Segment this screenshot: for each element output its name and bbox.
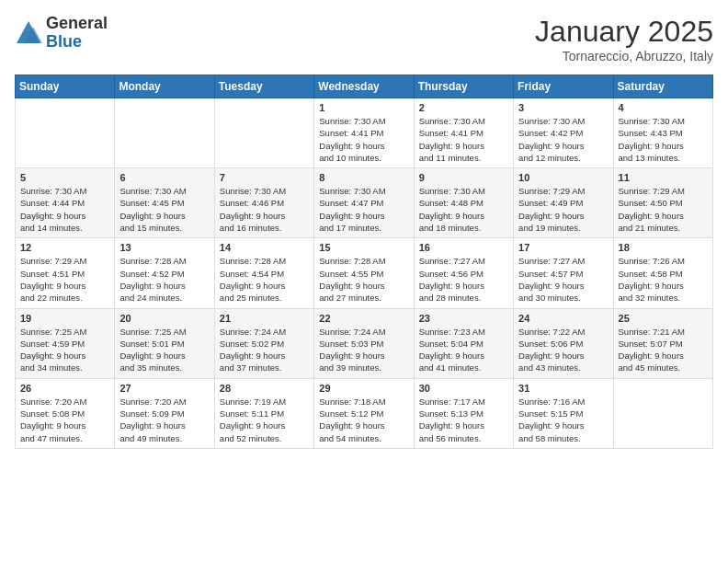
weekday-header-wednesday: Wednesday <box>314 75 414 98</box>
day-info: Sunrise: 7:23 AM Sunset: 5:04 PM Dayligh… <box>419 326 508 374</box>
day-number: 31 <box>518 383 608 394</box>
day-info: Sunrise: 7:29 AM Sunset: 4:51 PM Dayligh… <box>20 255 109 304</box>
weekday-header-tuesday: Tuesday <box>214 75 313 98</box>
day-number: 30 <box>419 383 508 394</box>
calendar-cell: 31Sunrise: 7:16 AM Sunset: 5:15 PM Dayli… <box>514 378 613 448</box>
calendar-cell: 28Sunrise: 7:19 AM Sunset: 5:11 PM Dayli… <box>214 378 313 448</box>
day-info: Sunrise: 7:30 AM Sunset: 4:48 PM Dayligh… <box>419 185 508 234</box>
calendar-cell: 20Sunrise: 7:25 AM Sunset: 5:01 PM Dayli… <box>115 308 214 378</box>
day-number: 3 <box>518 102 608 113</box>
day-info: Sunrise: 7:18 AM Sunset: 5:12 PM Dayligh… <box>319 396 408 444</box>
calendar-cell: 29Sunrise: 7:18 AM Sunset: 5:12 PM Dayli… <box>314 378 414 448</box>
calendar-cell: 2Sunrise: 7:30 AM Sunset: 4:41 PM Daylig… <box>414 98 513 168</box>
calendar-cell: 9Sunrise: 7:30 AM Sunset: 4:48 PM Daylig… <box>414 168 513 238</box>
day-number: 20 <box>119 313 209 324</box>
calendar-cell: 13Sunrise: 7:28 AM Sunset: 4:52 PM Dayli… <box>115 238 214 308</box>
calendar-cell: 11Sunrise: 7:29 AM Sunset: 4:50 PM Dayli… <box>613 168 712 238</box>
day-number: 16 <box>419 242 508 253</box>
day-info: Sunrise: 7:30 AM Sunset: 4:44 PM Dayligh… <box>20 185 109 234</box>
day-number: 21 <box>220 313 309 324</box>
day-info: Sunrise: 7:28 AM Sunset: 4:54 PM Dayligh… <box>220 255 309 304</box>
weekday-header-thursday: Thursday <box>414 75 513 98</box>
day-number: 6 <box>119 172 209 183</box>
day-info: Sunrise: 7:27 AM Sunset: 4:56 PM Dayligh… <box>419 255 508 304</box>
day-info: Sunrise: 7:29 AM Sunset: 4:49 PM Dayligh… <box>518 185 608 234</box>
calendar-cell: 1Sunrise: 7:30 AM Sunset: 4:41 PM Daylig… <box>314 98 414 168</box>
day-info: Sunrise: 7:30 AM Sunset: 4:41 PM Dayligh… <box>319 115 408 164</box>
calendar-cell: 6Sunrise: 7:30 AM Sunset: 4:45 PM Daylig… <box>115 168 214 238</box>
day-number: 9 <box>419 172 508 183</box>
day-number: 1 <box>319 102 408 113</box>
calendar-cell <box>214 98 313 168</box>
day-info: Sunrise: 7:26 AM Sunset: 4:58 PM Dayligh… <box>619 255 708 304</box>
logo: General Blue <box>15 15 108 52</box>
calendar-cell <box>115 98 214 168</box>
calendar-cell <box>16 98 115 168</box>
day-info: Sunrise: 7:19 AM Sunset: 5:11 PM Dayligh… <box>220 396 309 444</box>
day-number: 17 <box>518 242 608 253</box>
weekday-header-sunday: Sunday <box>16 75 115 98</box>
day-number: 8 <box>319 172 408 183</box>
calendar-cell: 24Sunrise: 7:22 AM Sunset: 5:06 PM Dayli… <box>514 308 613 378</box>
weekday-header-row: SundayMondayTuesdayWednesdayThursdayFrid… <box>16 75 713 98</box>
day-info: Sunrise: 7:25 AM Sunset: 5:01 PM Dayligh… <box>119 326 209 374</box>
day-number: 18 <box>619 242 708 253</box>
day-info: Sunrise: 7:21 AM Sunset: 5:07 PM Dayligh… <box>619 326 708 374</box>
logo-general-text: General <box>46 15 108 33</box>
day-info: Sunrise: 7:24 AM Sunset: 5:03 PM Dayligh… <box>319 326 408 374</box>
logo-icon <box>15 19 42 47</box>
day-info: Sunrise: 7:30 AM Sunset: 4:43 PM Dayligh… <box>619 115 708 164</box>
calendar-cell: 30Sunrise: 7:17 AM Sunset: 5:13 PM Dayli… <box>414 378 513 448</box>
day-info: Sunrise: 7:29 AM Sunset: 4:50 PM Dayligh… <box>619 185 708 234</box>
calendar-cell: 17Sunrise: 7:27 AM Sunset: 4:57 PM Dayli… <box>514 238 613 308</box>
day-number: 15 <box>319 242 408 253</box>
day-number: 27 <box>119 383 209 394</box>
calendar-cell: 16Sunrise: 7:27 AM Sunset: 4:56 PM Dayli… <box>414 238 513 308</box>
day-number: 14 <box>220 242 309 253</box>
day-info: Sunrise: 7:30 AM Sunset: 4:41 PM Dayligh… <box>419 115 508 164</box>
weekday-header-saturday: Saturday <box>613 75 712 98</box>
calendar-cell: 23Sunrise: 7:23 AM Sunset: 5:04 PM Dayli… <box>414 308 513 378</box>
calendar-cell: 4Sunrise: 7:30 AM Sunset: 4:43 PM Daylig… <box>613 98 712 168</box>
calendar-cell: 3Sunrise: 7:30 AM Sunset: 4:42 PM Daylig… <box>514 98 613 168</box>
calendar-week-4: 19Sunrise: 7:25 AM Sunset: 4:59 PM Dayli… <box>16 308 713 378</box>
day-info: Sunrise: 7:24 AM Sunset: 5:02 PM Dayligh… <box>220 326 309 374</box>
day-number: 26 <box>20 383 109 394</box>
day-number: 13 <box>119 242 209 253</box>
month-title: January 2025 <box>535 15 713 49</box>
calendar-week-3: 12Sunrise: 7:29 AM Sunset: 4:51 PM Dayli… <box>16 238 713 308</box>
calendar-cell: 10Sunrise: 7:29 AM Sunset: 4:49 PM Dayli… <box>514 168 613 238</box>
day-number: 2 <box>419 102 508 113</box>
calendar-cell: 12Sunrise: 7:29 AM Sunset: 4:51 PM Dayli… <box>16 238 115 308</box>
calendar-cell: 8Sunrise: 7:30 AM Sunset: 4:47 PM Daylig… <box>314 168 414 238</box>
day-number: 29 <box>319 383 408 394</box>
calendar-cell: 14Sunrise: 7:28 AM Sunset: 4:54 PM Dayli… <box>214 238 313 308</box>
day-number: 12 <box>20 242 109 253</box>
calendar-cell: 25Sunrise: 7:21 AM Sunset: 5:07 PM Dayli… <box>613 308 712 378</box>
day-info: Sunrise: 7:20 AM Sunset: 5:09 PM Dayligh… <box>119 396 209 444</box>
day-info: Sunrise: 7:27 AM Sunset: 4:57 PM Dayligh… <box>518 255 608 304</box>
weekday-header-monday: Monday <box>115 75 214 98</box>
day-number: 25 <box>619 313 708 324</box>
day-info: Sunrise: 7:28 AM Sunset: 4:55 PM Dayligh… <box>319 255 408 304</box>
calendar-cell: 7Sunrise: 7:30 AM Sunset: 4:46 PM Daylig… <box>214 168 313 238</box>
calendar-week-5: 26Sunrise: 7:20 AM Sunset: 5:08 PM Dayli… <box>16 378 713 448</box>
day-info: Sunrise: 7:17 AM Sunset: 5:13 PM Dayligh… <box>419 396 508 444</box>
logo-blue-text: Blue <box>46 33 108 52</box>
page-header: General Blue January 2025 Tornareccio, A… <box>15 15 713 63</box>
day-number: 10 <box>518 172 608 183</box>
day-number: 5 <box>20 172 109 183</box>
calendar-cell: 19Sunrise: 7:25 AM Sunset: 4:59 PM Dayli… <box>16 308 115 378</box>
calendar-cell: 15Sunrise: 7:28 AM Sunset: 4:55 PM Dayli… <box>314 238 414 308</box>
day-number: 11 <box>619 172 708 183</box>
day-number: 7 <box>220 172 309 183</box>
day-info: Sunrise: 7:30 AM Sunset: 4:46 PM Dayligh… <box>220 185 309 234</box>
calendar-cell: 26Sunrise: 7:20 AM Sunset: 5:08 PM Dayli… <box>16 378 115 448</box>
day-number: 28 <box>220 383 309 394</box>
calendar-cell: 18Sunrise: 7:26 AM Sunset: 4:58 PM Dayli… <box>613 238 712 308</box>
weekday-header-friday: Friday <box>514 75 613 98</box>
day-info: Sunrise: 7:30 AM Sunset: 4:42 PM Dayligh… <box>518 115 608 164</box>
day-info: Sunrise: 7:20 AM Sunset: 5:08 PM Dayligh… <box>20 396 109 444</box>
day-number: 4 <box>619 102 708 113</box>
day-number: 19 <box>20 313 109 324</box>
